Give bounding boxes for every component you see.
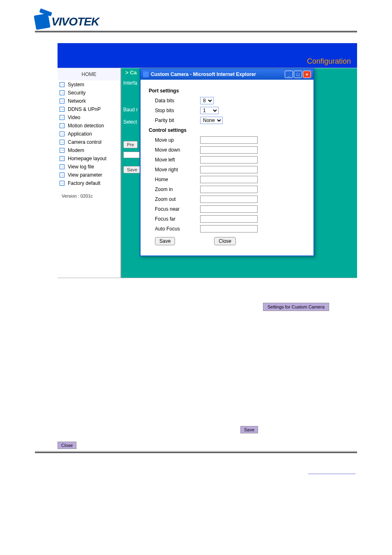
sidebar-home[interactable]: HOME (58, 68, 120, 81)
pr-button[interactable]: Pre (123, 141, 138, 148)
sidebar-item-viewlog[interactable]: → View log file (58, 163, 120, 171)
sidebar-label: Factory default (68, 180, 100, 186)
focus-far-label: Focus far (155, 216, 200, 222)
sidebar-item-video[interactable]: → Video (58, 113, 120, 122)
logo-icon (34, 13, 51, 30)
sidebar-label: Modem (68, 147, 84, 153)
arrow-icon: → (60, 123, 65, 128)
move-down-input[interactable] (200, 146, 258, 154)
sidebar-item-security[interactable]: → Security (58, 89, 120, 97)
settings-badge[interactable]: Settings for Custom Camera (263, 303, 329, 311)
sidebar-item-system[interactable]: → System (58, 81, 120, 89)
content-area: > Ca Interfa Baud r Select Pre Save Cust… (121, 68, 357, 278)
focus-far-input[interactable] (200, 215, 258, 223)
sidebar-item-network[interactable]: → Network (58, 97, 120, 105)
move-up-label: Move up (155, 137, 200, 143)
footer-link[interactable] (308, 474, 355, 474)
sidebar-item-viewparam[interactable]: → View parameter (58, 171, 120, 179)
zoom-out-label: Zoom out (155, 196, 200, 202)
sidebar-label: Motion detection (68, 123, 104, 129)
arrow-icon: → (60, 107, 65, 112)
sidebar-label: Network (68, 98, 86, 104)
bottom-divider (58, 278, 357, 278)
focus-near-label: Focus near (155, 206, 200, 212)
stop-bits-label: Stop bits (155, 108, 200, 113)
sidebar-item-modem[interactable]: → Modem (58, 146, 120, 154)
move-right-label: Move right (155, 167, 200, 173)
arrow-icon: → (60, 82, 65, 87)
arrow-icon: → (60, 115, 65, 120)
sidebar-label: Application (68, 131, 92, 137)
zoom-in-label: Zoom in (155, 187, 200, 192)
data-bits-select[interactable]: 8 (200, 97, 214, 104)
sidebar-label: Homepage layout (68, 156, 106, 161)
parity-bit-select[interactable]: None (200, 117, 223, 124)
popup-save-button[interactable]: Save (155, 237, 175, 245)
arrow-icon: → (60, 181, 65, 186)
sidebar: HOME → System → Security → Network → DDN… (58, 68, 121, 278)
sidebar-label: Video (68, 115, 80, 120)
arrow-icon: → (60, 164, 65, 169)
arrow-icon: → (60, 140, 65, 145)
sidebar-label: Security (68, 90, 85, 96)
arrow-icon: → (60, 173, 65, 177)
sidebar-label: Camera control (68, 139, 101, 145)
logo-text: VIVOTEK (51, 15, 99, 28)
ie-icon (143, 71, 149, 77)
popup-window: Custom Camera - Microsoft Internet Explo… (140, 68, 314, 256)
move-up-input[interactable] (200, 136, 258, 144)
logo-area: VIVOTEK (35, 14, 357, 29)
sidebar-item-camera-control[interactable]: → Camera control (58, 138, 120, 146)
sidebar-item-motion[interactable]: → Motion detection (58, 122, 120, 130)
sidebar-item-homepage[interactable]: → Homepage layout (58, 154, 120, 163)
config-banner: Configuration (58, 43, 357, 68)
zoom-out-input[interactable] (200, 196, 258, 203)
save-button[interactable]: Save (123, 166, 141, 173)
zoom-in-input[interactable] (200, 186, 258, 193)
arrow-icon: → (60, 99, 65, 104)
close-button[interactable]: × (303, 71, 311, 78)
sidebar-version: Version : 0201c (58, 187, 120, 205)
sidebar-item-ddns[interactable]: → DDNS & UPnP (58, 105, 120, 113)
move-left-input[interactable] (200, 156, 258, 164)
sidebar-label: View parameter (68, 172, 102, 178)
home-input[interactable] (200, 176, 258, 183)
move-down-label: Move down (155, 147, 200, 153)
sidebar-item-factory[interactable]: → Factory default (58, 179, 120, 187)
content-input[interactable] (123, 152, 140, 158)
sidebar-label: DDNS & UPnP (68, 106, 101, 112)
sidebar-label: System (68, 82, 84, 88)
sidebar-label: View log file (68, 164, 94, 170)
home-label: Home (155, 177, 200, 182)
config-title: Configuration (307, 57, 351, 66)
arrow-icon: → (60, 131, 65, 136)
arrow-icon: → (60, 156, 65, 161)
popup-close-button[interactable]: Close (214, 237, 236, 245)
move-right-input[interactable] (200, 166, 258, 173)
header-divider (35, 31, 357, 33)
minimize-button[interactable]: _ (285, 71, 293, 78)
data-bits-label: Data bits (155, 98, 200, 104)
save-badge[interactable]: Save (240, 426, 258, 433)
stop-bits-select[interactable]: 1 (200, 107, 219, 114)
maximize-button[interactable]: □ (294, 71, 302, 78)
sidebar-item-application[interactable]: → Application (58, 130, 120, 138)
arrow-icon: → (60, 90, 65, 95)
parity-bit-label: Parity bit (155, 117, 200, 123)
arrow-icon: → (60, 148, 65, 153)
auto-focus-input[interactable] (200, 225, 258, 233)
footer-divider (35, 451, 357, 453)
popup-title: Custom Camera - Microsoft Internet Explo… (151, 71, 256, 77)
auto-focus-label: Auto Focus (155, 226, 200, 232)
move-left-label: Move left (155, 157, 200, 163)
popup-titlebar[interactable]: Custom Camera - Microsoft Internet Explo… (141, 69, 314, 80)
close-badge[interactable]: Close (58, 442, 76, 449)
control-settings-heading: Control settings (149, 127, 305, 133)
focus-near-input[interactable] (200, 205, 258, 213)
port-settings-heading: Port settings (149, 88, 305, 94)
